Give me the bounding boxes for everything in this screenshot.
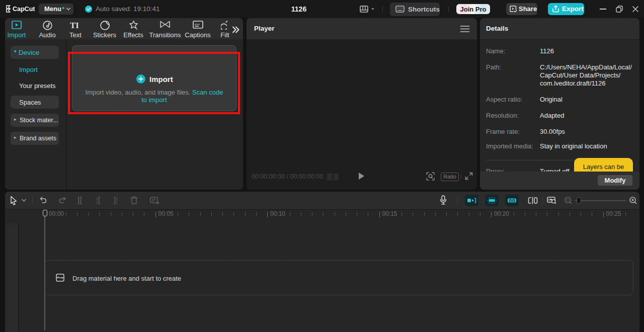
svg-text:TI: TI [70, 21, 79, 29]
